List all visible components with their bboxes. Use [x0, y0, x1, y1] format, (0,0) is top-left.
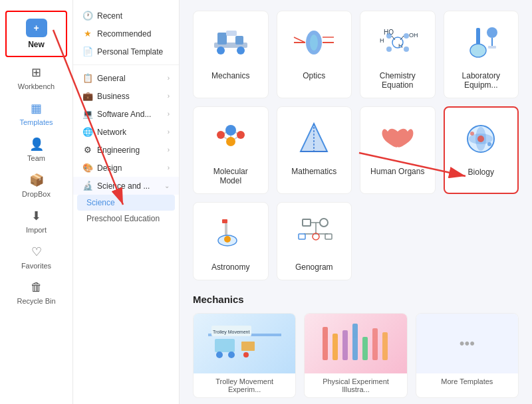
software-category[interactable]: 💻 Software And... ›: [73, 105, 179, 123]
design-category[interactable]: 🎨 Design ›: [73, 159, 179, 177]
personal-label: Personal Template: [97, 47, 163, 56]
template-genogram[interactable]: Genogram: [277, 202, 352, 280]
workbench-icon: ⊞: [31, 65, 41, 80]
science-arrow: ⌄: [164, 182, 170, 189]
team-icon: 👤: [29, 137, 44, 152]
general-arrow: ›: [168, 74, 170, 82]
template-astronomy[interactable]: Astronomy: [193, 202, 269, 280]
preschool-item[interactable]: Preschool Education: [73, 211, 179, 227]
template-mechanics[interactable]: Mechanics: [193, 11, 269, 98]
template-human-organs[interactable]: Human Organs: [360, 106, 436, 194]
sidebar-item-team[interactable]: 👤 Team: [0, 132, 72, 167]
chemistry-label: Chemistry Equation: [368, 71, 427, 90]
trolley-label: Trolley Movement Experim...: [194, 373, 295, 397]
svg-point-66: [216, 352, 223, 358]
left-sidebar: + New ⊞ Workbench ▦ Templates 👤 Team 📦 D…: [0, 0, 73, 404]
general-category[interactable]: 📋 General ›: [73, 69, 179, 87]
svg-text:Trolley Movement: Trolley Movement: [213, 330, 249, 335]
sidebar-item-templates[interactable]: ▦ Templates: [0, 96, 72, 132]
business-label: Business: [97, 92, 130, 101]
svg-rect-53: [303, 219, 311, 226]
sidebar-label-workbench: Workbench: [18, 82, 55, 90]
preschool-label: Preschool Education: [86, 214, 160, 223]
svg-point-3: [217, 47, 225, 54]
personal-template-item[interactable]: 📄 Personal Template: [73, 43, 179, 60]
network-category[interactable]: 🌐 Network ›: [73, 123, 179, 141]
genogram-thumb: [287, 211, 340, 257]
svg-rect-70: [332, 334, 338, 360]
molecular-label: Molecular Model: [201, 167, 260, 185]
template-chemistry[interactable]: HO H OH H Chemistry Equation: [360, 11, 436, 98]
category-sidebar: 🕐 Recent ★ Recommended 📄 Personal Templa…: [73, 0, 180, 404]
template-molecular[interactable]: Molecular Model: [193, 106, 269, 194]
chemistry-thumb: HO H OH H: [371, 19, 424, 66]
svg-point-17: [386, 33, 392, 39]
design-arrow: ›: [168, 164, 170, 171]
sidebar-item-dropbox[interactable]: 📦 DropBox: [0, 167, 72, 203]
new-label: New: [28, 40, 45, 49]
svg-point-7: [310, 35, 318, 50]
svg-point-4: [237, 47, 245, 54]
import-icon: ⬇: [31, 209, 41, 223]
svg-rect-64: [215, 339, 235, 352]
bottom-card-physical[interactable]: Physical Experiment Illustra...: [304, 313, 407, 398]
engineering-icon: ⚙: [82, 145, 93, 155]
svg-rect-73: [362, 337, 368, 360]
recent-icon: 🕐: [82, 11, 93, 21]
mathematics-label: Mathematics: [291, 167, 336, 176]
sidebar-label-team: Team: [27, 154, 45, 162]
sidebar-item-import[interactable]: ⬇ Import: [0, 203, 72, 239]
svg-rect-5: [226, 31, 237, 36]
physical-label: Physical Experiment Illustra...: [305, 373, 406, 397]
personal-icon: 📄: [82, 47, 93, 56]
molecular-thumb: [204, 115, 257, 161]
recommended-item[interactable]: ★ Recommended: [73, 25, 179, 43]
new-button[interactable]: + New: [8, 13, 65, 54]
favorites-icon: ♡: [31, 245, 42, 259]
software-icon: 💻: [82, 109, 93, 119]
biology-label: Biology: [468, 167, 494, 177]
svg-point-47: [470, 132, 474, 136]
svg-point-54: [320, 219, 328, 227]
template-optics[interactable]: Optics: [277, 11, 352, 98]
engineering-label: Engineering: [97, 146, 140, 155]
bottom-cards-grid: Trolley Movement Trolley Movement Experi…: [193, 313, 519, 398]
sidebar-item-workbench[interactable]: ⊞ Workbench: [0, 60, 72, 96]
sidebar-item-favorites[interactable]: ♡ Favorites: [0, 239, 72, 275]
genogram-label: Genogram: [295, 262, 333, 272]
recommended-label: Recommended: [97, 29, 151, 39]
sidebar-item-recycle[interactable]: 🗑 Recycle Bin: [0, 275, 72, 310]
svg-point-52: [224, 236, 231, 243]
svg-point-67: [228, 352, 235, 358]
main-content: Mechanics Optics: [180, 0, 532, 404]
svg-rect-65: [241, 342, 255, 351]
science-category[interactable]: 🔬 Science and ... ⌄: [73, 177, 179, 195]
svg-point-19: [386, 47, 392, 52]
svg-point-20: [404, 47, 409, 52]
science-label: Science and ...: [97, 181, 150, 191]
science-sub-label: Science: [86, 198, 115, 207]
recent-item[interactable]: 🕐 Recent: [73, 7, 179, 25]
bottom-card-more[interactable]: ••• More Templates: [416, 313, 519, 398]
sidebar-label-import: Import: [26, 226, 47, 234]
network-icon: 🌐: [82, 127, 93, 137]
svg-rect-49: [222, 219, 227, 223]
new-icon: +: [26, 19, 47, 37]
svg-point-37: [226, 137, 235, 146]
template-biology[interactable]: Biology: [444, 106, 519, 194]
business-category[interactable]: 💼 Business ›: [73, 87, 179, 105]
human-organs-label: Human Organs: [370, 167, 424, 176]
recycle-icon: 🗑: [31, 280, 43, 294]
physical-thumb: [305, 314, 406, 373]
bottom-card-trolley[interactable]: Trolley Movement Trolley Movement Experi…: [193, 313, 296, 398]
laboratory-label: Laboratory Equipm...: [452, 71, 511, 90]
svg-rect-2: [235, 36, 243, 45]
template-laboratory[interactable]: Laboratory Equipm...: [444, 11, 519, 98]
svg-rect-74: [372, 328, 378, 360]
svg-point-18: [404, 33, 409, 39]
svg-rect-58: [299, 234, 305, 239]
template-mathematics[interactable]: Mathematics: [277, 106, 352, 194]
engineering-category[interactable]: ⚙ Engineering ›: [73, 141, 179, 159]
science-sub-item[interactable]: Science: [77, 195, 175, 211]
more-thumb: •••: [416, 314, 518, 373]
